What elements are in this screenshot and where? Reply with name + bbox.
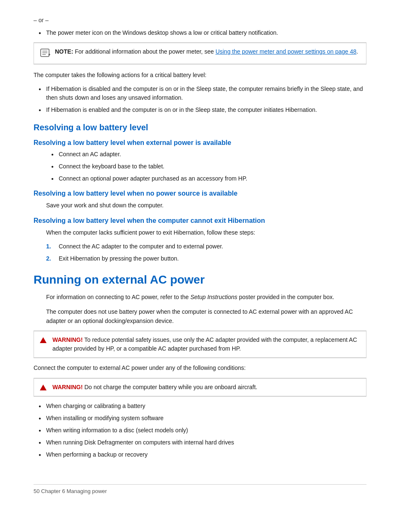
critical-intro: The computer takes the following actions… <box>34 70 366 80</box>
warning1-text: To reduce potential safety issues, use o… <box>52 336 357 352</box>
section1-sub2-text: Save your work and shut down the compute… <box>34 201 366 210</box>
sub1-bullet-1: Connect an AC adapter. <box>46 150 366 159</box>
warning1-text-content: WARNING! To reduce potential safety issu… <box>52 336 360 353</box>
or-divider: – or – <box>34 17 366 23</box>
section2-bullet-1: When charging or calibrating a battery <box>34 402 366 411</box>
step-2: 2. Exit Hibernation by pressing the powe… <box>46 254 366 263</box>
warning-box-1: WARNING! To reduce potential safety issu… <box>34 331 366 358</box>
step-1: 1. Connect the AC adapter to the compute… <box>46 242 366 251</box>
section2-bullet-4: When running Disk Defragmenter on comput… <box>34 438 366 447</box>
note-text-content: NOTE: For additional information about t… <box>55 47 358 56</box>
section2-para1-italic: Setup Instructions <box>190 294 237 300</box>
warning-box-2: WARNING! Do not charge the computer batt… <box>34 378 366 397</box>
note-icon <box>40 48 51 59</box>
page-footer: 50 Chapter 6 Managing power <box>34 484 366 494</box>
warning2-text: Do not charge the computer battery while… <box>84 384 257 390</box>
critical-bullet-2: If Hibernation is enabled and the comput… <box>34 106 366 114</box>
sub1-bullet-3: Connect an optional power adapter purcha… <box>46 174 366 183</box>
page-content: – or – The power meter icon on the Windo… <box>34 17 366 494</box>
step-1-text: Connect the AC adapter to the computer a… <box>59 242 223 251</box>
section2-bullets: When charging or calibrating a battery W… <box>34 402 366 459</box>
step-1-num: 1. <box>46 242 54 251</box>
intro-bullet-list: The power meter icon on the Windows desk… <box>34 28 366 37</box>
critical-bullet-1: If Hibernation is disabled and the compu… <box>34 85 366 102</box>
section2-bullet-3: When writing information to a disc (sele… <box>34 426 366 435</box>
section1-sub3-intro: When the computer lacks sufficient power… <box>34 228 366 237</box>
warning-triangle-icon-1 <box>40 336 48 343</box>
section1-sub3-heading: Resolving a low battery level when the c… <box>34 217 366 225</box>
intro-bullet-item: The power meter icon on the Windows desk… <box>34 28 366 37</box>
section2-para1: For information on connecting to AC powe… <box>34 292 366 302</box>
section2-para2: The computer does not use battery power … <box>34 307 366 326</box>
note-box: NOTE: For additional information about t… <box>34 42 366 65</box>
step-2-text: Exit Hibernation by pressing the power b… <box>59 254 179 263</box>
section2-para1-pre: For information on connecting to AC powe… <box>46 294 190 300</box>
warning-triangle-icon-2 <box>40 383 48 390</box>
critical-bullet-list: If Hibernation is disabled and the compu… <box>34 85 366 114</box>
warning2-label: WARNING! <box>52 384 83 390</box>
section2-heading: Running on external AC power <box>34 273 366 287</box>
warning1-label: WARNING! <box>52 336 83 343</box>
sub1-bullet-2: Connect the keyboard base to the tablet. <box>46 162 366 171</box>
section2-bullet-2: When installing or modifying system soft… <box>34 414 366 423</box>
section2-bullet-5: When performing a backup or recovery <box>34 450 366 459</box>
footer-text: 50 Chapter 6 Managing power <box>34 488 107 494</box>
section1-sub2-heading: Resolving a low battery level when no po… <box>34 190 366 197</box>
note-body-text: For additional information about the pow… <box>75 48 215 55</box>
step-2-num: 2. <box>46 254 54 263</box>
warning2-text-content: WARNING! Do not charge the computer batt… <box>52 383 257 392</box>
section1-sub3-steps: 1. Connect the AC adapter to the compute… <box>46 242 366 263</box>
section1-sub1-bullets: Connect an AC adapter. Connect the keybo… <box>34 150 366 183</box>
section1-heading: Resolving a low battery level <box>34 123 366 132</box>
note-svg-icon <box>40 48 51 58</box>
section2-para1-post: poster provided in the computer box. <box>237 294 334 300</box>
note-link[interactable]: Using the power meter and power settings… <box>216 48 356 55</box>
note-label: NOTE: <box>55 48 73 55</box>
section2-para3: Connect the computer to external AC powe… <box>34 363 366 372</box>
section1-sub1-heading: Resolving a low battery level when exter… <box>34 139 366 147</box>
